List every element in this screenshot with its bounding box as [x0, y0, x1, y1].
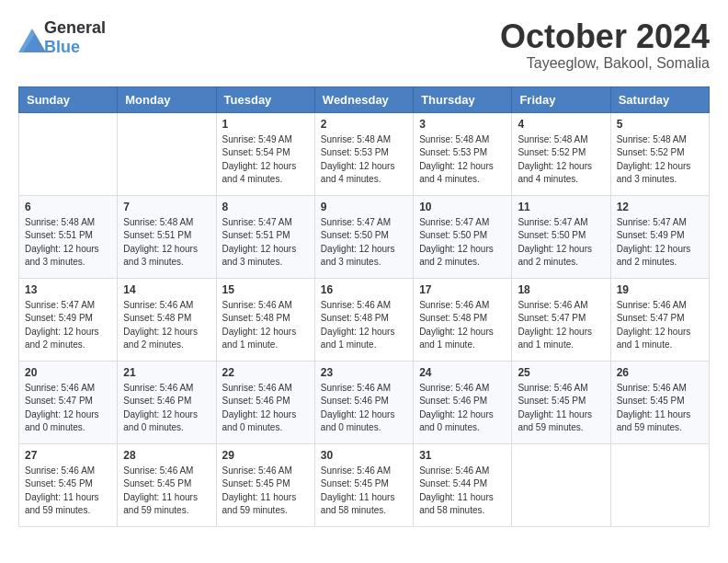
cell-detail: Sunrise: 5:47 AM Sunset: 5:49 PM Dayligh…	[25, 299, 111, 352]
cell-detail: Sunrise: 5:46 AM Sunset: 5:45 PM Dayligh…	[321, 465, 407, 518]
day-number: 31	[419, 449, 506, 462]
daylight-text: Daylight: 12 hours and 2 minutes.	[25, 327, 99, 350]
calendar-week-row: 6 Sunrise: 5:48 AM Sunset: 5:51 PM Dayli…	[19, 195, 710, 278]
calendar-header-row: SundayMondayTuesdayWednesdayThursdayFrid…	[19, 86, 710, 112]
calendar-cell: 1 Sunrise: 5:49 AM Sunset: 5:54 PM Dayli…	[216, 112, 314, 195]
day-number: 15	[222, 283, 309, 296]
logo: General Blue	[18, 18, 106, 57]
day-number: 13	[25, 283, 111, 296]
sunset-text: Sunset: 5:50 PM	[518, 230, 586, 240]
logo-text: General Blue	[44, 18, 106, 57]
calendar-cell: 28 Sunrise: 5:46 AM Sunset: 5:45 PM Dayl…	[118, 443, 216, 526]
sunrise-text: Sunrise: 5:48 AM	[25, 217, 95, 227]
sunrise-text: Sunrise: 5:46 AM	[222, 300, 292, 310]
day-number: 21	[123, 366, 210, 379]
sunset-text: Sunset: 5:51 PM	[222, 230, 290, 240]
weekday-header: Thursday	[414, 86, 512, 112]
calendar-cell: 24 Sunrise: 5:46 AM Sunset: 5:46 PM Dayl…	[414, 361, 512, 443]
daylight-text: Daylight: 12 hours and 0 minutes.	[123, 409, 198, 433]
calendar-cell: 22 Sunrise: 5:46 AM Sunset: 5:46 PM Dayl…	[216, 361, 314, 443]
daylight-text: Daylight: 11 hours and 59 minutes.	[25, 492, 99, 516]
sunrise-text: Sunrise: 5:48 AM	[518, 134, 587, 144]
cell-detail: Sunrise: 5:46 AM Sunset: 5:48 PM Dayligh…	[321, 299, 407, 352]
calendar-cell: 7 Sunrise: 5:48 AM Sunset: 5:51 PM Dayli…	[118, 195, 216, 278]
sunrise-text: Sunrise: 5:46 AM	[222, 465, 292, 476]
daylight-text: Daylight: 12 hours and 2 minutes.	[419, 244, 494, 268]
day-number: 5	[617, 118, 703, 131]
calendar-cell: 2 Sunrise: 5:48 AM Sunset: 5:53 PM Dayli…	[314, 112, 413, 195]
sunrise-text: Sunrise: 5:46 AM	[419, 465, 489, 476]
logo-icon	[18, 29, 40, 47]
sunset-text: Sunset: 5:54 PM	[222, 147, 290, 157]
calendar-cell: 10 Sunrise: 5:47 AM Sunset: 5:50 PM Dayl…	[414, 195, 512, 278]
daylight-text: Daylight: 12 hours and 1 minute.	[222, 327, 297, 350]
calendar-cell: 8 Sunrise: 5:47 AM Sunset: 5:51 PM Dayli…	[216, 195, 314, 278]
day-number: 10	[419, 201, 506, 213]
sunset-text: Sunset: 5:45 PM	[518, 396, 586, 406]
cell-detail: Sunrise: 5:47 AM Sunset: 5:50 PM Dayligh…	[419, 216, 506, 270]
daylight-text: Daylight: 12 hours and 3 minutes.	[222, 244, 297, 268]
cell-detail: Sunrise: 5:46 AM Sunset: 5:46 PM Dayligh…	[321, 382, 407, 435]
cell-detail: Sunrise: 5:46 AM Sunset: 5:45 PM Dayligh…	[25, 465, 111, 518]
calendar-cell: 5 Sunrise: 5:48 AM Sunset: 5:52 PM Dayli…	[610, 112, 709, 195]
sunset-text: Sunset: 5:46 PM	[123, 396, 191, 406]
cell-detail: Sunrise: 5:49 AM Sunset: 5:54 PM Dayligh…	[222, 133, 309, 187]
cell-detail: Sunrise: 5:46 AM Sunset: 5:45 PM Dayligh…	[617, 382, 703, 435]
logo-general: General	[44, 18, 106, 37]
daylight-text: Daylight: 12 hours and 0 minutes.	[419, 409, 494, 433]
day-number: 6	[25, 201, 111, 213]
calendar-cell: 17 Sunrise: 5:46 AM Sunset: 5:48 PM Dayl…	[414, 278, 512, 361]
sunset-text: Sunset: 5:48 PM	[123, 313, 191, 323]
weekday-header: Monday	[118, 86, 216, 112]
weekday-header: Wednesday	[314, 86, 413, 112]
cell-detail: Sunrise: 5:46 AM Sunset: 5:45 PM Dayligh…	[222, 465, 309, 518]
cell-detail: Sunrise: 5:46 AM Sunset: 5:46 PM Dayligh…	[123, 382, 210, 435]
calendar-cell: 13 Sunrise: 5:47 AM Sunset: 5:49 PM Dayl…	[19, 278, 118, 361]
daylight-text: Daylight: 11 hours and 58 minutes.	[419, 492, 494, 516]
day-number: 28	[123, 449, 210, 462]
cell-detail: Sunrise: 5:46 AM Sunset: 5:44 PM Dayligh…	[419, 465, 506, 518]
weekday-header: Sunday	[19, 86, 118, 112]
day-number: 1	[222, 118, 309, 131]
sunrise-text: Sunrise: 5:47 AM	[25, 300, 95, 310]
cell-detail: Sunrise: 5:46 AM Sunset: 5:47 PM Dayligh…	[617, 299, 703, 352]
sunset-text: Sunset: 5:53 PM	[419, 147, 487, 157]
cell-detail: Sunrise: 5:48 AM Sunset: 5:52 PM Dayligh…	[518, 133, 604, 187]
calendar-cell: 19 Sunrise: 5:46 AM Sunset: 5:47 PM Dayl…	[610, 278, 709, 361]
daylight-text: Daylight: 12 hours and 4 minutes.	[419, 161, 494, 185]
calendar-cell	[512, 443, 610, 526]
sunrise-text: Sunrise: 5:46 AM	[321, 383, 391, 393]
calendar-week-row: 1 Sunrise: 5:49 AM Sunset: 5:54 PM Dayli…	[19, 112, 710, 195]
daylight-text: Daylight: 12 hours and 1 minute.	[321, 327, 395, 350]
cell-detail: Sunrise: 5:46 AM Sunset: 5:45 PM Dayligh…	[123, 465, 210, 518]
weekday-header: Tuesday	[216, 86, 314, 112]
daylight-text: Daylight: 12 hours and 3 minutes.	[25, 244, 99, 268]
calendar-cell: 27 Sunrise: 5:46 AM Sunset: 5:45 PM Dayl…	[19, 443, 118, 526]
day-number: 26	[617, 366, 703, 379]
calendar-cell	[118, 112, 216, 195]
day-number: 2	[321, 118, 407, 131]
calendar-cell: 9 Sunrise: 5:47 AM Sunset: 5:50 PM Dayli…	[314, 195, 413, 278]
day-number: 16	[321, 283, 407, 296]
cell-detail: Sunrise: 5:48 AM Sunset: 5:53 PM Dayligh…	[321, 133, 407, 187]
calendar-cell: 6 Sunrise: 5:48 AM Sunset: 5:51 PM Dayli…	[19, 195, 118, 278]
day-number: 11	[518, 201, 604, 213]
daylight-text: Daylight: 12 hours and 4 minutes.	[321, 161, 395, 185]
logo-blue: Blue	[44, 38, 80, 56]
sunset-text: Sunset: 5:45 PM	[222, 478, 290, 488]
sunrise-text: Sunrise: 5:47 AM	[617, 217, 687, 227]
calendar-cell: 20 Sunrise: 5:46 AM Sunset: 5:47 PM Dayl…	[19, 361, 118, 443]
calendar-cell: 21 Sunrise: 5:46 AM Sunset: 5:46 PM Dayl…	[118, 361, 216, 443]
daylight-text: Daylight: 12 hours and 1 minute.	[617, 327, 691, 350]
calendar-cell: 3 Sunrise: 5:48 AM Sunset: 5:53 PM Dayli…	[414, 112, 512, 195]
day-number: 19	[617, 283, 703, 296]
sunset-text: Sunset: 5:47 PM	[25, 396, 93, 406]
sunset-text: Sunset: 5:51 PM	[25, 230, 93, 240]
sunset-text: Sunset: 5:49 PM	[617, 230, 685, 240]
calendar-cell	[610, 443, 709, 526]
sunset-text: Sunset: 5:53 PM	[321, 147, 389, 157]
sunrise-text: Sunrise: 5:46 AM	[222, 383, 292, 393]
sunset-text: Sunset: 5:52 PM	[617, 147, 685, 157]
day-number: 17	[419, 283, 506, 296]
sunset-text: Sunset: 5:48 PM	[222, 313, 290, 323]
